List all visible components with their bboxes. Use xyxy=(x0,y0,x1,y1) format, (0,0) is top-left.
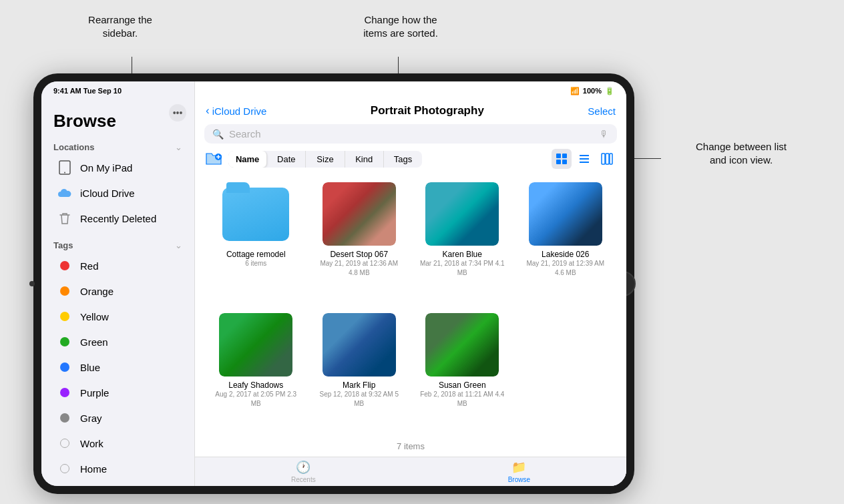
select-button[interactable]: Select xyxy=(588,105,616,117)
file-item-lakeside[interactable]: Lakeside 026May 21, 2019 at 12:39 AM 4.6… xyxy=(518,178,614,301)
view-callout: Change between listand icon view. xyxy=(661,140,821,168)
tags-list: RedOrangeYellowGreenBluePurpleGrayWorkHo… xyxy=(41,253,194,486)
file-meta-cottage-remodel: 6 items xyxy=(245,259,266,268)
locations-chevron: ⌄ xyxy=(175,142,182,152)
sidebar-item-label-recently-deleted: Recently Deleted xyxy=(80,213,156,224)
battery-label: 100% xyxy=(583,87,602,95)
file-meta-mark-flip: Sep 12, 2018 at 9:32 AM 5 MB xyxy=(316,390,403,409)
sidebar-item-tag-yellow[interactable]: Yellow xyxy=(45,304,190,329)
tag-label-home: Home xyxy=(80,463,107,475)
sidebar-item-label-icloud: iCloud Drive xyxy=(80,188,135,199)
file-thumb-susan-green xyxy=(425,313,499,376)
tag-label-purple: Purple xyxy=(80,387,109,399)
icloud-icon xyxy=(57,186,72,200)
trash-icon xyxy=(57,211,72,226)
browse-icon: 📁 xyxy=(511,460,526,475)
mic-icon[interactable]: 🎙 xyxy=(600,129,609,140)
tag-label-red: Red xyxy=(80,260,99,272)
sort-pill-tags[interactable]: Tags xyxy=(384,151,422,168)
sidebar-item-on-my-ipad[interactable]: On My iPad xyxy=(45,155,190,180)
sidebar-item-tag-gray[interactable]: Gray xyxy=(45,405,190,431)
status-time: 9:41 AM Tue Sep 10 xyxy=(53,87,122,95)
locations-section-header[interactable]: Locations ⌄ xyxy=(41,140,194,155)
rearrange-callout: Rearrange thesidebar. xyxy=(53,13,187,41)
svg-rect-14 xyxy=(610,154,612,164)
new-folder-button[interactable] xyxy=(204,150,223,168)
file-item-cottage-remodel[interactable]: Cottage remodel6 items xyxy=(208,178,304,301)
browse-label: Browse xyxy=(508,476,530,483)
tag-dot-orange xyxy=(57,284,72,298)
file-item-karen-blue[interactable]: Karen BlueMar 21, 2018 at 7:34 PM 4.1 MB xyxy=(415,178,510,301)
sidebar-rearrange-button[interactable]: ••• xyxy=(169,104,186,121)
column-view-button[interactable] xyxy=(597,149,617,169)
sort-pill-kind[interactable]: Kind xyxy=(345,151,384,168)
search-input[interactable]: Search xyxy=(229,128,594,140)
sort-pill-name[interactable]: Name xyxy=(228,151,267,168)
sidebar-item-tag-home[interactable]: Home xyxy=(45,456,190,481)
sidebar-item-icloud-drive[interactable]: iCloud Drive xyxy=(45,180,190,206)
sidebar-item-tag-blue[interactable]: Blue xyxy=(45,354,190,380)
tag-dot-blue xyxy=(57,360,72,374)
svg-rect-13 xyxy=(606,154,609,164)
file-thumb-desert-stop xyxy=(323,182,396,246)
list-view-button[interactable] xyxy=(574,149,594,169)
file-item-susan-green[interactable]: Susan GreenFeb 2, 2018 at 11:21 AM 4.4 M… xyxy=(415,309,510,432)
sidebar-item-label-on-my-ipad: On My iPad xyxy=(80,162,132,174)
svg-rect-6 xyxy=(562,154,567,158)
nav-bar: ‹ iCloud Drive Portrait Photography Sele… xyxy=(195,100,626,120)
tag-label-gray: Gray xyxy=(80,413,102,424)
tag-label-blue: Blue xyxy=(80,362,100,373)
sidebar-item-recently-deleted[interactable]: Recently Deleted xyxy=(45,206,190,231)
sidebar-item-tag-work[interactable]: Work xyxy=(45,431,190,456)
nav-title: Portrait Photography xyxy=(371,104,484,117)
back-button[interactable]: ‹ iCloud Drive xyxy=(206,104,266,117)
sidebar-item-tag-important[interactable]: Important xyxy=(45,481,190,486)
sort-pill-size[interactable]: Size xyxy=(306,151,345,168)
svg-rect-8 xyxy=(562,160,567,164)
tag-label-work: Work xyxy=(80,438,103,449)
search-bar[interactable]: 🔍 Search 🎙 xyxy=(204,124,617,144)
file-name-lakeside: Lakeside 026 xyxy=(542,250,589,259)
file-meta-desert-stop: May 21, 2019 at 12:36 AM 4.8 MB xyxy=(316,259,403,278)
battery-icon: 🔋 xyxy=(605,87,614,95)
file-name-susan-green: Susan Green xyxy=(439,381,486,390)
file-name-mark-flip: Mark Flip xyxy=(343,381,375,390)
svg-rect-7 xyxy=(556,160,561,164)
file-item-leafy-shadows[interactable]: Leafy ShadowsAug 2, 2017 at 2:05 PM 2.3 … xyxy=(208,309,304,432)
search-icon: 🔍 xyxy=(212,129,224,140)
sort-bar: Name Date Size Kind Tags xyxy=(195,146,626,172)
icon-view-button[interactable] xyxy=(552,149,572,169)
ipad-screen: 9:41 AM Tue Sep 10 📶 100% 🔋 ••• Browse L… xyxy=(41,81,626,486)
browse-tab[interactable]: 📁 Browse xyxy=(488,457,550,486)
ipad-frame: 9:41 AM Tue Sep 10 📶 100% 🔋 ••• Browse L… xyxy=(33,73,634,494)
tag-dot-red xyxy=(57,258,72,273)
sidebar-item-tag-purple[interactable]: Purple xyxy=(45,380,190,405)
status-bar-right: 📶 100% 🔋 xyxy=(570,87,614,95)
tag-dot-green xyxy=(57,334,72,349)
tags-section-header[interactable]: Tags ⌄ xyxy=(41,238,194,253)
status-bar: 9:41 AM Tue Sep 10 📶 100% 🔋 xyxy=(41,81,626,100)
file-item-desert-stop[interactable]: Desert Stop 067May 21, 2019 at 12:36 AM … xyxy=(312,178,407,301)
recents-tab[interactable]: 🕐 Recents xyxy=(271,457,336,486)
sort-callout: Change how theitems are sorted. xyxy=(327,13,474,41)
main-content: ‹ iCloud Drive Portrait Photography Sele… xyxy=(195,81,626,486)
recents-icon: 🕐 xyxy=(296,460,310,475)
tag-dot-home xyxy=(57,461,72,476)
bottom-bar: 🕐 Recents 📁 Browse xyxy=(195,457,626,486)
file-name-leafy-shadows: Leafy Shadows xyxy=(228,381,283,390)
file-name-cottage-remodel: Cottage remodel xyxy=(226,250,286,259)
file-item-mark-flip[interactable]: Mark FlipSep 12, 2018 at 9:32 AM 5 MB xyxy=(312,309,407,432)
tag-dot-yellow xyxy=(57,309,72,324)
file-thumb-lakeside xyxy=(529,182,602,246)
ipad-icon xyxy=(57,160,72,175)
svg-point-1 xyxy=(64,172,65,174)
locations-label: Locations xyxy=(53,142,94,152)
back-chevron-icon: ‹ xyxy=(206,104,210,117)
sidebar-item-tag-green[interactable]: Green xyxy=(45,329,190,354)
sidebar-item-tag-orange[interactable]: Orange xyxy=(45,278,190,304)
sort-pill-date[interactable]: Date xyxy=(267,151,306,168)
file-meta-karen-blue: Mar 21, 2018 at 7:34 PM 4.1 MB xyxy=(419,259,506,278)
tag-dot-purple xyxy=(57,385,72,400)
sidebar-item-tag-red[interactable]: Red xyxy=(45,253,190,278)
files-grid: Cottage remodel6 itemsDesert Stop 067May… xyxy=(195,172,626,439)
